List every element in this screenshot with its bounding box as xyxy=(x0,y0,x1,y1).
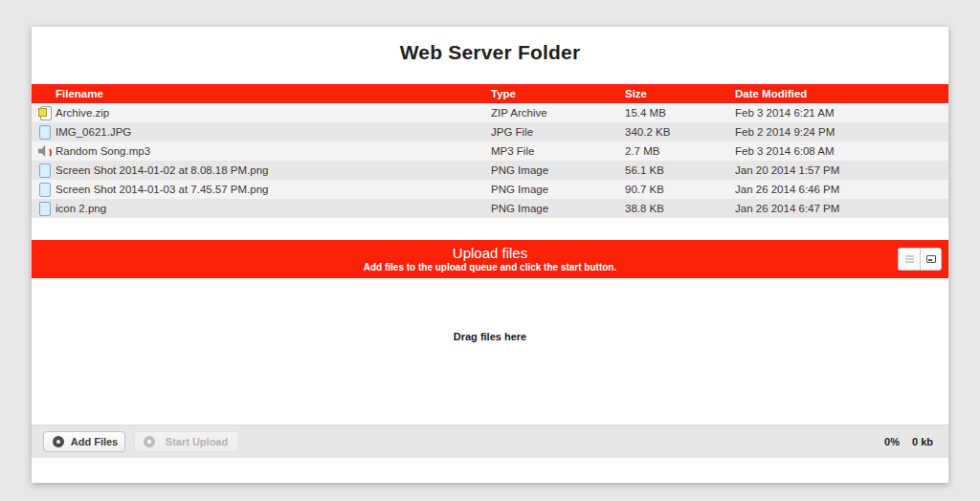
image-file-icon xyxy=(38,183,52,196)
thumbnail-view-icon xyxy=(926,255,936,263)
file-table-header: Filename Type Size Date Modified xyxy=(32,84,948,103)
file-name[interactable]: IMG_0621.JPG xyxy=(56,126,131,138)
file-type: ZIP Archive xyxy=(491,103,625,122)
file-name[interactable]: Random Song.mp3 xyxy=(56,145,150,157)
file-type: PNG Image xyxy=(491,161,625,180)
thumbnail-view-button[interactable] xyxy=(920,248,942,271)
file-size: 90.7 KB xyxy=(625,180,735,199)
list-view-icon xyxy=(905,258,914,260)
add-files-button[interactable]: Add Files xyxy=(43,431,125,452)
file-size: 38.8 KB xyxy=(625,199,735,218)
file-name[interactable]: Screen Shot 2014-01-02 at 8.08.18 PM.png xyxy=(56,164,269,176)
table-row[interactable]: icon 2.png PNG Image 38.8 KB Jan 26 2014… xyxy=(32,199,948,218)
file-date-modified: Jan 26 2014 6:46 PM xyxy=(735,180,948,199)
file-date-modified: Jan 20 2014 1:57 PM xyxy=(735,161,948,180)
table-row[interactable]: IMG_0621.JPG JPG File 340.2 KB Feb 2 201… xyxy=(32,122,948,142)
upload-stats: 0% 0 kb xyxy=(884,436,933,447)
table-row[interactable]: Random Song.mp3 MP3 File 2.7 MB Feb 3 20… xyxy=(32,142,948,161)
column-header-date-modified: Date Modified xyxy=(735,84,948,103)
table-row[interactable]: Screen Shot 2014-01-02 at 8.08.18 PM.png… xyxy=(32,161,948,180)
file-size: 2.7 MB xyxy=(625,142,735,161)
file-date-modified: Feb 3 2014 6:21 AM xyxy=(735,103,948,122)
file-name[interactable]: Screen Shot 2014-01-03 at 7.45.57 PM.png xyxy=(56,184,269,195)
upload-toolbar: Add Files Start Upload 0% 0 kb xyxy=(32,425,948,458)
audio-file-icon xyxy=(38,144,52,158)
start-upload-button[interactable]: Start Upload xyxy=(134,431,239,452)
file-size: 340.2 KB xyxy=(625,122,735,142)
file-type: MP3 File xyxy=(491,142,625,161)
zip-file-icon xyxy=(38,106,52,120)
table-row[interactable]: Screen Shot 2014-01-03 at 7.45.57 PM.png… xyxy=(32,180,948,199)
file-table: Filename Type Size Date Modified Archive… xyxy=(32,84,948,218)
file-type: PNG Image xyxy=(491,199,625,218)
column-header-size: Size xyxy=(625,84,735,103)
list-view-button[interactable] xyxy=(898,248,920,271)
file-size: 56.1 KB xyxy=(625,161,735,180)
file-name[interactable]: Archive.zip xyxy=(56,107,109,119)
upload-widget: Upload files Add files to the upload que… xyxy=(32,240,948,458)
view-toggle-group xyxy=(898,248,942,271)
column-header-type: Type xyxy=(491,84,625,103)
upload-subtitle: Add files to the upload queue and click … xyxy=(32,261,948,273)
file-type: JPG File xyxy=(491,122,625,142)
web-server-folder-panel: Web Server Folder Filename Type Size Dat… xyxy=(32,27,948,483)
upload-header: Upload files Add files to the upload que… xyxy=(32,240,948,278)
upload-title: Upload files xyxy=(32,245,948,261)
image-file-icon xyxy=(38,163,52,177)
progress-percent: 0% xyxy=(884,436,900,447)
file-size: 15.4 MB xyxy=(625,103,735,122)
file-date-modified: Feb 2 2014 9:24 PM xyxy=(735,122,948,142)
column-header-filename: Filename xyxy=(32,84,491,103)
file-date-modified: Feb 3 2014 6:08 AM xyxy=(735,142,948,161)
page-title: Web Server Folder xyxy=(32,27,948,84)
total-size: 0 kb xyxy=(912,436,933,447)
file-type: PNG Image xyxy=(491,180,625,199)
file-date-modified: Jan 26 2014 6:47 PM xyxy=(735,199,948,218)
image-file-icon xyxy=(38,202,52,215)
image-file-icon xyxy=(38,125,52,139)
add-circle-icon xyxy=(53,436,64,447)
file-name[interactable]: icon 2.png xyxy=(56,203,106,214)
table-row[interactable]: Archive.zip ZIP Archive 15.4 MB Feb 3 20… xyxy=(32,103,948,122)
start-circle-icon xyxy=(144,436,155,447)
drag-files-dropzone[interactable]: Drag files here xyxy=(32,278,948,425)
